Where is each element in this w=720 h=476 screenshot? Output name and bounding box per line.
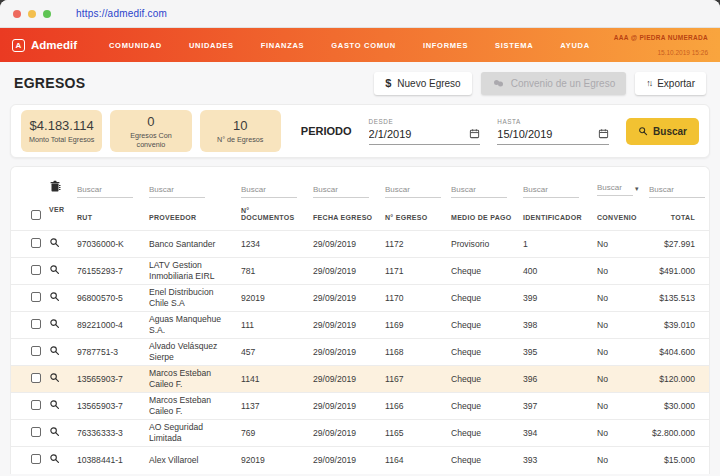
filter-egreso-input[interactable] [385, 183, 441, 198]
logged-in-user: AAA @ PIEDRA NUMERADA [614, 33, 708, 42]
filter-total-input[interactable] [649, 183, 705, 198]
table-row[interactable]: 13565903-7 Marcos Esteban Caileo F. 1141… [11, 366, 709, 393]
clear-filters-trash-icon[interactable] [49, 180, 61, 193]
view-row-icon[interactable] [49, 453, 60, 464]
filter-documentos-input[interactable] [241, 183, 297, 198]
card-num-egresos: 10 N° de Egresos [200, 110, 281, 152]
brand-logo[interactable]: A Admedif [12, 39, 77, 52]
view-row-icon[interactable] [49, 237, 60, 248]
row-checkbox[interactable] [31, 454, 41, 464]
filter-fecha-input[interactable] [313, 183, 369, 198]
cell-convenio: No [593, 312, 645, 339]
card-monto-total: $4.183.114 Monto Total Egresos [21, 110, 102, 152]
nav-item-comunidad[interactable]: COMUNIDAD [109, 41, 162, 50]
row-checkbox[interactable] [31, 373, 41, 383]
handshake-icon [492, 78, 505, 88]
table-row[interactable]: 10388441-1 Alex Villaroel 92019 29/09/20… [11, 447, 709, 474]
filter-identificador-input[interactable] [523, 183, 579, 198]
egresos-table-panel: ▾ VER RUT PROVEEDOR N° DOCUMENTOS FECHA … [10, 166, 710, 474]
view-row-icon[interactable] [49, 345, 60, 356]
card-num-egresos-value: 10 [233, 118, 247, 133]
row-checkbox[interactable] [31, 427, 41, 437]
buscar-button[interactable]: Buscar [626, 118, 699, 145]
view-row-icon[interactable] [49, 291, 60, 302]
header-buttons: $ Nuevo Egreso Convenio de un Egreso ↑↓ … [374, 72, 706, 95]
nuevo-egreso-button[interactable]: $ Nuevo Egreso [374, 72, 472, 95]
table-row[interactable]: 89221000-4 Aguas Manquehue S.A. 111 29/0… [11, 312, 709, 339]
cell-num-egreso: 1171 [381, 258, 447, 285]
exportar-button[interactable]: ↑↓ Exportar [635, 72, 706, 95]
cell-fecha-egreso: 29/09/2019 [309, 258, 381, 285]
cell-rut: 76336333-3 [73, 420, 145, 447]
cell-fecha-egreso: 29/09/2019 [309, 285, 381, 312]
convenio-egreso-button[interactable]: Convenio de un Egreso [481, 72, 627, 95]
row-checkbox[interactable] [31, 319, 41, 329]
filter-proveedor-input[interactable] [149, 183, 205, 198]
hasta-input[interactable] [497, 128, 598, 140]
cell-convenio: No [593, 447, 645, 474]
cell-medio-pago: Cheque [447, 285, 519, 312]
cell-documentos: 769 [237, 420, 309, 447]
card-egresos-convenio: 0 Egresos Con convenio [110, 110, 191, 152]
filter-convenio-select[interactable]: ▾ [597, 181, 641, 196]
cell-total: $135.513 [645, 285, 709, 312]
cell-identificador: 398 [519, 312, 593, 339]
table-row[interactable]: 76336333-3 AO Seguridad Limitada 769 29/… [11, 420, 709, 447]
select-all-checkbox[interactable] [31, 210, 41, 220]
filter-convenio-input[interactable] [597, 181, 633, 196]
filter-medio-input[interactable] [451, 183, 507, 198]
view-row-icon[interactable] [49, 399, 60, 410]
cell-identificador: 393 [519, 447, 593, 474]
col-fecha-egreso: FECHA EGRESO [309, 205, 381, 231]
window-minimize-icon[interactable] [28, 10, 36, 18]
table-row[interactable]: 13565903-7 Marcos Esteban Caileo F. 1137… [11, 393, 709, 420]
desde-input[interactable] [369, 128, 470, 140]
calendar-icon[interactable] [469, 128, 480, 139]
nav-item-unidades[interactable]: UNIDADES [189, 41, 234, 50]
window-close-icon[interactable] [13, 10, 21, 18]
cell-identificador: 395 [519, 339, 593, 366]
window-zoom-icon[interactable] [43, 10, 51, 18]
table-row[interactable]: 9787751-3 Alvado Velásquez Sierpe 457 29… [11, 339, 709, 366]
address-bar[interactable]: https://admedif.com [76, 8, 167, 19]
cell-medio-pago: Cheque [447, 447, 519, 474]
calendar-icon[interactable] [598, 128, 609, 139]
hasta-field: HASTA [497, 118, 609, 145]
row-checkbox[interactable] [31, 265, 41, 275]
filter-rut-input[interactable] [77, 183, 133, 198]
cell-identificador: 397 [519, 393, 593, 420]
table-row[interactable]: 96800570-5 Enel Distribucion Chile S.A 9… [11, 285, 709, 312]
row-checkbox[interactable] [31, 400, 41, 410]
cell-medio-pago: Cheque [447, 420, 519, 447]
nav-item-gasto-comun[interactable]: GASTO COMUN [331, 41, 396, 50]
view-row-icon[interactable] [49, 264, 60, 275]
view-row-icon[interactable] [49, 426, 60, 437]
row-checkbox[interactable] [31, 346, 41, 356]
nav-item-finanzas[interactable]: FINANZAS [261, 41, 305, 50]
current-datetime: 15.10.2019 15:26 [614, 48, 708, 57]
view-row-icon[interactable] [49, 372, 60, 383]
cell-total: $30.000 [645, 393, 709, 420]
row-checkbox[interactable] [31, 238, 41, 248]
page-title: EGRESOS [14, 75, 85, 91]
cell-identificador: 1 [519, 231, 593, 258]
cell-fecha-egreso: 29/09/2019 [309, 447, 381, 474]
cell-rut: 97036000-K [73, 231, 145, 258]
cell-total: $15.000 [645, 447, 709, 474]
cell-rut: 13565903-7 [73, 393, 145, 420]
cell-proveedor: Aguas Manquehue S.A. [145, 312, 237, 339]
nav-item-sistema[interactable]: SISTEMA [495, 41, 533, 50]
brand-name: Admedif [31, 39, 77, 51]
card-monto-total-label: Monto Total Egresos [29, 135, 94, 144]
cell-total: $39.010 [645, 312, 709, 339]
table-row[interactable]: 76155293-7 LATV Gestion Inmobiliaria EIR… [11, 258, 709, 285]
nav-item-ayuda[interactable]: AYUDA [560, 41, 589, 50]
col-proveedor: PROVEEDOR [145, 205, 237, 231]
row-checkbox[interactable] [31, 292, 41, 302]
nav-item-informes[interactable]: INFORMES [423, 41, 468, 50]
cell-documentos: 457 [237, 339, 309, 366]
table-row[interactable]: 97036000-K Banco Santander 1234 29/09/20… [11, 231, 709, 258]
desde-label: DESDE [369, 118, 481, 125]
view-row-icon[interactable] [49, 318, 60, 329]
search-icon [638, 126, 648, 136]
